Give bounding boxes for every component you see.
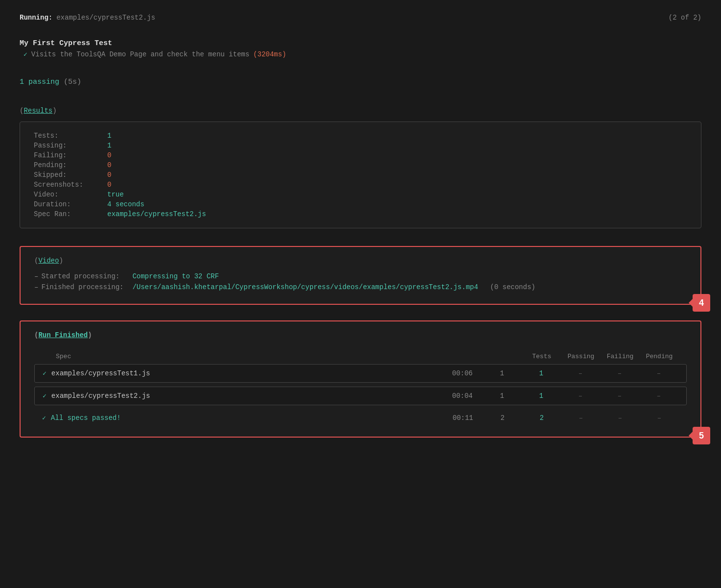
finished-label: Finished processing: [41,283,129,291]
passing-line: 1 passing (5s) [20,78,701,86]
check-icon: ✓ [24,50,27,58]
col-passing: Passing [561,353,601,360]
finished-time: (0 seconds) [490,283,535,291]
total-check: ✓ [42,414,46,422]
row1-pending: – [600,369,639,377]
total-row: ✓ All specs passed! 00:11 2 2 – – – [34,409,687,427]
video-label: Video: [34,191,107,198]
dash1: – [34,272,38,280]
total-skipped: – [640,414,679,422]
row2-passing: 1 [522,392,561,400]
test-case-text: Visits the ToolsQA Demo Page and check t… [31,50,249,58]
running-file: examples/cypressTest2.js [56,14,155,22]
row1-time: 00:06 [452,369,473,377]
spec-ran-label: Spec Ran: [34,210,107,218]
video-value: true [107,191,687,198]
row1-passing: 1 [522,369,561,377]
passing-count: 1 passing [20,78,59,86]
passing-value: 1 [107,142,687,149]
col-failing: Failing [601,353,640,360]
total-pending: – [601,414,640,422]
row2-failing: – [561,392,600,400]
results-link[interactable]: Results [24,107,52,115]
col-tests: Tests [522,353,561,360]
spec-ran-value: examples/cypressTest2.js [107,210,687,218]
duration-value: 4 seconds [107,200,687,208]
skipped-label: Skipped: [34,171,107,179]
started-processing-line: – Started processing: Compressing to 32 … [34,272,687,280]
results-section: (Results) Tests: 1 Passing: 1 Failing: 0… [20,107,701,228]
video-section: (Video) – Started processing: Compressin… [20,246,701,305]
annotation-5: 5 [693,427,710,444]
row1-spec: examples/cypressTest1.js [51,369,150,377]
video-section-wrapper: (Video) – Started processing: Compressin… [20,246,701,305]
header: Running: examples/cypressTest2.js (2 of … [20,10,701,25]
started-label: Started processing: [41,272,129,280]
row2-skipped: – [639,392,678,400]
duration-label: Duration: [34,200,107,208]
results-box: Tests: 1 Passing: 1 Failing: 0 Pending: … [20,122,701,228]
col-pending: Pending [640,353,679,360]
tests-label: Tests: [34,132,107,140]
row2-time: 00:04 [452,392,473,400]
results-label: (Results) [20,107,701,115]
total-time: 00:11 [453,414,473,422]
table-header: Spec Tests Passing Failing Pending [34,349,687,364]
test-case-line: ✓ Visits the ToolsQA Demo Page and check… [20,50,701,58]
failing-value: 0 [107,151,687,159]
total-spec: All specs passed! [51,414,121,422]
test-duration: (3204ms) [253,50,286,58]
passing-label: Passing: [34,142,107,149]
row1-tests: 1 [482,369,522,377]
dash2: – [34,283,38,291]
screenshots-label: Screenshots: [34,181,107,189]
finished-processing-line: – Finished processing: /Users/aashish.kh… [34,283,687,291]
row1-skipped: – [639,369,678,377]
spec-cell-2: ✓ examples/cypressTest2.js 00:04 [43,392,482,400]
started-value: Compressing to 32 CRF [132,272,218,280]
video-link[interactable]: Video [38,257,59,265]
total-passing: 2 [522,414,561,422]
col-time [483,353,522,360]
finished-value: /Users/aashish.khetarpal/CypressWorkshop… [132,283,478,291]
row2-tests: 1 [482,392,522,400]
running-info: Running: examples/cypressTest2.js [20,14,155,22]
row2-check: ✓ [43,392,47,400]
finished-value-group: /Users/aashish.khetarpal/CypressWorkshop… [132,283,687,291]
spec-cell-1: ✓ examples/cypressTest1.js 00:06 [43,369,482,377]
run-finished-link[interactable]: Run Finished [38,331,88,339]
annotation-4: 4 [693,294,710,312]
pending-value: 0 [107,161,687,169]
skipped-value: 0 [107,171,687,179]
run-finished-wrapper: (Run Finished) Spec Tests Passing Failin… [20,320,701,438]
row2-pending: – [600,392,639,400]
table-row: ✓ examples/cypressTest1.js 00:06 1 1 – –… [34,364,687,383]
running-label: Running: [20,14,52,22]
row1-failing: – [561,369,600,377]
screenshots-value: 0 [107,181,687,189]
total-spec-cell: ✓ All specs passed! 00:11 [42,414,483,422]
col-spec: Spec [42,353,483,360]
test-suite-title: My First Cypress Test [20,39,701,48]
video-label-line: (Video) [34,257,687,265]
pending-label: Pending: [34,161,107,169]
table-row: ✓ examples/cypressTest2.js 00:04 1 1 – –… [34,387,687,405]
tests-value: 1 [107,132,687,140]
failing-label: Failing: [34,151,107,159]
row1-check: ✓ [43,369,47,377]
total-tests: 2 [483,414,522,422]
run-finished-section: (Run Finished) Spec Tests Passing Failin… [20,320,701,438]
passing-time: (5s) [64,78,81,86]
run-finished-title: (Run Finished) [34,331,687,339]
counter: (2 of 2) [669,14,701,22]
row2-spec: examples/cypressTest2.js [51,392,150,400]
total-failing: – [561,414,601,422]
